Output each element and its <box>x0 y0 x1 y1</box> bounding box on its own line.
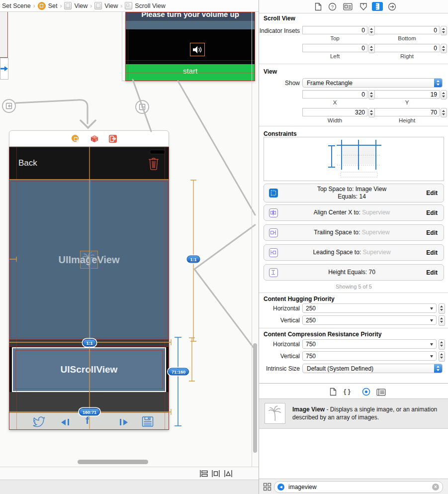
inset-bottom-field[interactable] <box>374 26 440 34</box>
inset-right-stepper[interactable] <box>441 44 447 53</box>
compression-vertical-combo[interactable]: 750 <box>302 351 437 361</box>
hugging-vertical-stepper[interactable] <box>439 315 445 326</box>
nav-bar[interactable]: Back <box>9 147 169 180</box>
aspect-ratio-badge[interactable]: 1:1 <box>186 256 200 263</box>
constraints-diagram[interactable] <box>264 137 444 181</box>
image-view[interactable]: UIImageView <box>9 180 169 339</box>
view-section-title: View <box>264 68 277 75</box>
edit-button[interactable]: Edit <box>426 190 438 197</box>
constraint-item-height[interactable]: Height Equals: 70 Edit <box>264 264 444 281</box>
back-button[interactable]: Back <box>18 158 37 168</box>
hugging-horizontal-stepper[interactable] <box>439 303 445 314</box>
intrinsic-size-popup[interactable]: Default (System Defined) <box>302 364 443 373</box>
constraint-item-trailing-space[interactable]: Trailing Space to: Superview Edit <box>264 224 444 241</box>
breadcrumb-view-1[interactable]: View <box>74 2 88 9</box>
constraint-label: Height Equals: <box>328 269 367 276</box>
y-stepper[interactable] <box>441 90 447 99</box>
width-caption: Width <box>302 117 367 123</box>
facebook-icon[interactable]: f <box>86 414 89 426</box>
breadcrumb-set[interactable]: Set <box>48 2 58 9</box>
view-controller-dock-icon[interactable] <box>72 135 79 142</box>
constraint-label: Leading Space to: <box>313 249 361 256</box>
constraint-item-top-space[interactable]: Top Space to: Image View Equals: 14 Edit <box>264 184 444 202</box>
library-item-imageview[interactable]: Image View - Displays a single image, or… <box>259 399 448 429</box>
previous-track-icon[interactable] <box>61 418 69 427</box>
edit-button[interactable]: Edit <box>426 249 438 256</box>
filter-icon[interactable]: ◀ <box>277 484 284 491</box>
exit-dock-icon[interactable] <box>109 135 117 143</box>
edit-button[interactable]: Edit <box>426 209 438 216</box>
first-responder-cube-icon[interactable] <box>90 135 98 143</box>
constraint-label: Top Space to: <box>317 186 354 193</box>
breadcrumb-set-scene[interactable]: Set Scene <box>2 2 31 9</box>
breadcrumb-scroll-view[interactable]: Scroll View <box>135 2 166 9</box>
show-popup[interactable]: Frame Rectangle <box>302 78 443 88</box>
trash-icon[interactable] <box>148 156 160 171</box>
inset-top-caption: Top <box>302 35 367 41</box>
x-field[interactable] <box>302 90 367 99</box>
constraint-label: Align Center X to: <box>314 209 360 216</box>
object-library-tab-selected[interactable] <box>362 388 370 396</box>
size-inspector-tab-selected[interactable] <box>372 2 383 11</box>
height-field[interactable] <box>374 108 440 116</box>
twitter-icon[interactable] <box>31 416 46 428</box>
connections-inspector-tab[interactable] <box>388 2 396 11</box>
file-inspector-tab[interactable] <box>315 2 322 11</box>
panel-divider[interactable] <box>259 0 259 494</box>
compression-horizontal-stepper[interactable] <box>439 339 445 350</box>
scroll-ratio-badge[interactable]: 71:160 <box>168 368 189 376</box>
constraint-value: Superview <box>362 229 390 236</box>
scroll-view-section-title: Scroll View <box>264 15 295 22</box>
hugging-horizontal-combo[interactable]: 250 <box>302 303 437 313</box>
embed-stack-icon[interactable] <box>199 470 208 478</box>
align-icon[interactable] <box>211 470 220 478</box>
scroll-view[interactable]: UIScrollView <box>12 347 166 392</box>
height-stepper[interactable] <box>441 108 447 117</box>
popup-stepper-cap <box>434 364 442 373</box>
storyboard-entry-point[interactable] <box>0 58 8 80</box>
width-field[interactable] <box>302 108 367 116</box>
next-track-icon[interactable] <box>120 418 128 427</box>
breadcrumb-view-2[interactable]: View <box>104 2 118 9</box>
attributes-inspector-tab[interactable] <box>359 2 368 11</box>
constraint-item-align-center-x[interactable]: Align Center X to: Superview Edit <box>264 204 444 221</box>
inset-top-field[interactable] <box>302 26 367 34</box>
view-controller-icon <box>38 2 46 10</box>
clear-search-icon[interactable]: × <box>432 484 439 491</box>
row-ratio-badge[interactable]: 1:1 <box>83 339 96 347</box>
top-scene[interactable]: Please turn your volume up start <box>125 12 255 81</box>
inset-bottom-stepper[interactable] <box>441 26 447 35</box>
inset-right-field[interactable] <box>374 44 440 52</box>
compression-vertical-stepper[interactable] <box>439 351 445 362</box>
file-template-library-tab[interactable] <box>330 388 337 396</box>
library-search-input[interactable] <box>287 483 429 492</box>
hugging-vertical-combo[interactable]: 250 <box>302 315 437 325</box>
y-field[interactable] <box>374 90 440 99</box>
toolbar-ratio-badge[interactable]: 160:71 <box>79 408 100 416</box>
horizontal-scrollbar[interactable] <box>78 460 148 464</box>
compression-horizontal-combo[interactable]: 750 <box>302 339 437 349</box>
identity-inspector-tab[interactable] <box>343 3 353 10</box>
height-caption: Height <box>374 117 440 123</box>
edit-button[interactable]: Edit <box>426 229 438 236</box>
neighbour-scene-fragment[interactable] <box>0 12 8 58</box>
vertical-scrollbar[interactable] <box>253 343 257 453</box>
edit-button[interactable]: Edit <box>426 269 438 276</box>
code-snippet-library-tab[interactable]: { } <box>344 388 351 395</box>
media-library-tab[interactable] <box>376 389 386 396</box>
quick-help-inspector-tab[interactable]: ? <box>328 2 337 11</box>
inset-right-caption: Right <box>374 53 440 59</box>
status-pill <box>150 150 166 154</box>
grid-view-icon[interactable] <box>263 483 271 491</box>
storyboard-exit-segue-icon[interactable] <box>2 99 16 113</box>
save-icon[interactable] <box>142 416 154 427</box>
start-button[interactable]: start <box>126 64 255 81</box>
library-search-field[interactable]: ◀ × <box>274 481 443 493</box>
inset-left-caption: Left <box>302 53 367 59</box>
unwind-segue-icon[interactable] <box>135 100 149 114</box>
pin-icon[interactable] <box>224 470 233 478</box>
speaker-image-view[interactable] <box>190 43 205 56</box>
constraint-item-leading-space[interactable]: Leading Space to: Superview Edit <box>264 244 444 261</box>
main-scene[interactable]: Back UIImageView UIScrollView f <box>9 147 169 430</box>
inset-left-field[interactable] <box>302 44 367 52</box>
